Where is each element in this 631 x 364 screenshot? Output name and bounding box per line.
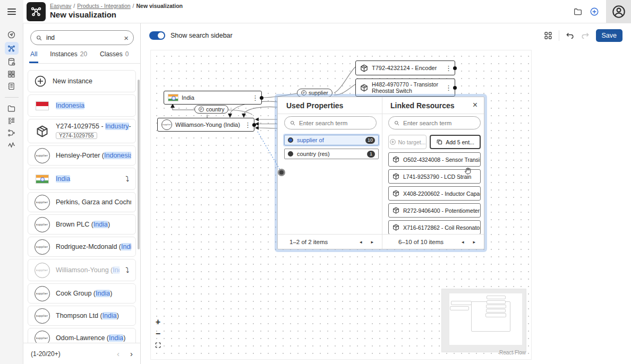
rail-divider: [5, 97, 19, 98]
user-menu[interactable]: [606, 0, 631, 23]
list-item[interactable]: supplierPerkins, Garza and Cochran (Indi…: [28, 192, 136, 212]
clear-search-icon[interactable]: ×: [124, 34, 129, 42]
show-search-sidebar-toggle[interactable]: [149, 31, 165, 40]
breadcrumb-link-easynav[interactable]: Easynav: [50, 3, 71, 9]
node-menu-icon[interactable]: ⋮: [244, 121, 251, 129]
rail-explore-compass-icon[interactable]: [5, 29, 19, 41]
linked-resources-next-icon[interactable]: ▸: [473, 239, 475, 245]
minimap[interactable]: [442, 289, 526, 352]
pagination-prev-icon[interactable]: ‹: [117, 349, 120, 358]
add-circle-icon[interactable]: [590, 7, 599, 16]
canvas-node-h482[interactable]: H482-4970770 - Transistor Rheostat Switc…: [355, 79, 455, 97]
sidebar-search[interactable]: ×: [30, 30, 134, 45]
sidebar-pagination: (1-20/20+) ‹ ›: [23, 343, 140, 364]
rail-pipeline-branch-icon[interactable]: [5, 127, 19, 139]
used-properties-next-icon[interactable]: ▸: [371, 239, 373, 245]
connection-handle[interactable]: [260, 96, 263, 100]
resource-item[interactable]: O502-4324008 - Sensor Transist...: [388, 152, 481, 167]
tab-instances[interactable]: Instances20: [50, 49, 87, 63]
breadcrumb-link-products[interactable]: Products - Integration: [77, 3, 130, 9]
no-target-button[interactable]: No target...: [388, 135, 427, 149]
resource-item[interactable]: X408-2200602 - Inductor Capacit...: [388, 186, 481, 201]
rail-folder-icon[interactable]: [5, 102, 19, 115]
property-item[interactable]: supplier of10: [284, 135, 379, 145]
list-item-label: Rodriguez-Mcdonald (India): [56, 243, 131, 250]
close-panel-icon[interactable]: ×: [473, 100, 477, 110]
left-icon-rail: [0, 23, 23, 364]
list-item[interactable]: supplierOdom-Lawrence (India): [28, 328, 136, 343]
used-properties-search[interactable]: [284, 116, 377, 129]
resource-item[interactable]: R272-9406400 - Potentiometer D...: [388, 203, 481, 218]
list-item[interactable]: Y274-1029755 - Industry-Grade EncoderY27…: [28, 119, 136, 143]
folder-icon[interactable]: [573, 7, 583, 16]
list-item[interactable]: supplierBrown PLC (India): [28, 214, 136, 235]
jump-to-canvas-icon[interactable]: ⤵: [125, 175, 129, 183]
property-item[interactable]: country (res)1: [284, 149, 379, 159]
resource-item[interactable]: X716-6172862 - Coil Resonator: [388, 220, 481, 235]
linked-resources-search[interactable]: [388, 116, 481, 129]
fit-view-icon[interactable]: [154, 341, 163, 350]
header-titles: Easynav / Products - Integration / New v…: [50, 3, 183, 19]
rail-table-grid-icon[interactable]: [5, 68, 19, 80]
list-item[interactable]: Indonesia: [28, 94, 136, 117]
search-input[interactable]: [46, 34, 120, 41]
linked-resources-search-input[interactable]: [403, 120, 475, 126]
hamburger-menu-button[interactable]: [0, 0, 23, 23]
connection-handle[interactable]: [453, 86, 457, 90]
connection-handle[interactable]: [252, 123, 256, 127]
connection-handle[interactable]: [453, 66, 457, 70]
list-item[interactable]: supplierThompson Ltd (India): [28, 306, 136, 326]
node-menu-icon[interactable]: ⋮: [252, 94, 259, 102]
list-item-label: Y274-1029755 - Industry-Grade EncoderY27…: [56, 123, 131, 140]
linked-resources-count: 6–10 of 10 items: [398, 239, 444, 245]
zoom-out-icon[interactable]: −: [154, 329, 163, 338]
linked-resources-prev-icon[interactable]: ◂: [462, 239, 464, 245]
avatar-icon: [611, 4, 626, 19]
edge-label-country[interactable]: P country: [194, 105, 228, 114]
canvas-node-t792[interactable]: T792-4232124 - Encoder ⋮: [355, 60, 455, 75]
linked-resources-actions: No target... Add 5 ent...: [388, 135, 481, 149]
used-properties-title: Used Properties: [286, 97, 343, 114]
edge-label-supplier[interactable]: P supplier: [297, 89, 332, 97]
pagination-label: (1-20/20+): [31, 350, 61, 358]
node-menu-icon[interactable]: ⋮: [445, 64, 452, 72]
new-instance-button[interactable]: New instance: [28, 70, 136, 92]
used-properties-search-input[interactable]: [299, 120, 371, 126]
node-menu-icon[interactable]: ⋮: [445, 84, 452, 92]
redo-icon[interactable]: [581, 31, 590, 40]
jump-to-canvas-icon[interactable]: ⤵: [125, 266, 129, 274]
tab-all[interactable]: All: [30, 49, 37, 63]
list-item[interactable]: supplierHensley-Porter (Indonesia): [28, 145, 136, 166]
property-label: country (res): [297, 151, 330, 157]
rail-data-source-icon[interactable]: [5, 56, 19, 68]
breadcrumb-current: New visualization: [137, 3, 183, 9]
sidebar-scrollbar[interactable]: [138, 80, 140, 249]
toggle-label: Show search sidebar: [170, 32, 233, 39]
panel-column-divider: [382, 97, 382, 249]
zoom-in-icon[interactable]: +: [154, 317, 163, 326]
rail-monitor-pulse-icon[interactable]: [5, 139, 19, 151]
canvas-node-india[interactable]: India ⋮: [164, 91, 262, 105]
resource-label: X716-6172862 - Coil Resonator: [403, 224, 481, 231]
auto-layout-icon[interactable]: [543, 31, 553, 40]
tab-classes[interactable]: Classes0: [100, 49, 129, 63]
minimap-node: [487, 300, 506, 304]
graph-canvas[interactable]: T792-4232124 - Encoder ⋮ H482-4970770 - …: [150, 50, 532, 360]
list-item[interactable]: supplierWilliamson-Young (India)⤵: [28, 259, 136, 281]
list-item[interactable]: supplierRodriguez-Mcdonald (India): [28, 237, 136, 257]
undo-icon[interactable]: [565, 31, 575, 40]
rail-notebook-icon[interactable]: [5, 80, 19, 92]
rail-graph-visualization-icon[interactable]: [5, 42, 19, 55]
connection-endpoint-handle[interactable]: [278, 169, 285, 176]
node-label: India: [182, 94, 249, 101]
canvas-node-williamson-young[interactable]: supplier Williamson-Young (India) ⋮: [157, 118, 254, 132]
pagination-next-icon[interactable]: ›: [130, 349, 133, 358]
list-item[interactable]: India⤵: [28, 168, 136, 190]
list-item[interactable]: supplierCook Group (India): [28, 283, 136, 304]
app-logo[interactable]: [27, 2, 46, 21]
save-button[interactable]: Save: [596, 29, 623, 42]
add-entities-button[interactable]: Add 5 ent...: [430, 135, 481, 149]
rail-rules-list-icon[interactable]: [5, 115, 19, 127]
supplier-icon: supplier: [34, 217, 50, 232]
used-properties-prev-icon[interactable]: ◂: [360, 239, 362, 245]
